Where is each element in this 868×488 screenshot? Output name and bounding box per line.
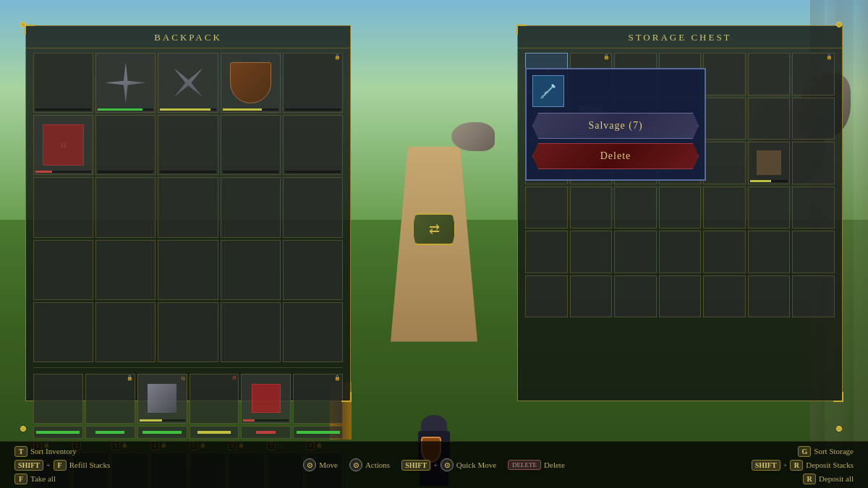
storage-cell[interactable] bbox=[525, 275, 568, 318]
backpack-cell[interactable] bbox=[95, 53, 156, 113]
key-g: G bbox=[798, 446, 811, 457]
lock-icon: 🔒 bbox=[334, 54, 341, 60]
storage-cell[interactable] bbox=[748, 142, 791, 184]
storage-cell[interactable] bbox=[748, 187, 791, 229]
hint-deposit-stacks: SHIFT + R Deposit Stacks bbox=[752, 460, 854, 471]
transfer-icon[interactable]: ⇄ bbox=[412, 213, 456, 245]
backpack-cell[interactable] bbox=[33, 240, 93, 300]
storage-cell[interactable] bbox=[748, 231, 791, 273]
hint-move: ⊙ Move bbox=[303, 458, 338, 471]
backpack-cell[interactable] bbox=[95, 302, 156, 362]
key-f: F bbox=[54, 460, 67, 471]
quickslot-bar[interactable] bbox=[85, 426, 135, 439]
backpack-cell[interactable] bbox=[95, 177, 156, 237]
panel-divider bbox=[33, 367, 343, 368]
backpack-cell[interactable] bbox=[283, 115, 343, 175]
backpack-cell[interactable] bbox=[221, 53, 281, 113]
equip-cell[interactable] bbox=[33, 374, 83, 424]
storage-cell[interactable] bbox=[659, 231, 702, 273]
backpack-cell[interactable]: 11 bbox=[33, 115, 93, 175]
storage-cell[interactable] bbox=[748, 275, 791, 318]
quickslot-bar[interactable] bbox=[190, 426, 239, 439]
storage-panel: STORAGE CHEST Salvage (7) Delete bbox=[517, 25, 843, 401]
backpack-cell[interactable]: 🔒 bbox=[283, 53, 343, 113]
backpack-cell[interactable] bbox=[158, 115, 218, 175]
backpack-panel: BACKPACK 🔒 11 bbox=[25, 25, 351, 401]
backpack-cell[interactable] bbox=[158, 240, 218, 300]
storage-cell[interactable] bbox=[659, 187, 702, 229]
equip-cell[interactable]: ⚙ bbox=[190, 374, 239, 424]
storage-cell[interactable] bbox=[792, 275, 835, 318]
hint-quick-move: SHIFT + ⊙ Quick Move bbox=[401, 458, 496, 471]
backpack-title: BACKPACK bbox=[26, 26, 350, 48]
backpack-cell[interactable] bbox=[221, 177, 281, 237]
sword-svg bbox=[537, 80, 559, 102]
storage-cell[interactable] bbox=[792, 231, 835, 273]
storage-cell[interactable] bbox=[614, 231, 657, 273]
backpack-cell[interactable] bbox=[283, 177, 343, 237]
storage-cell[interactable] bbox=[703, 142, 746, 184]
backpack-cell[interactable] bbox=[95, 115, 156, 175]
storage-cell[interactable] bbox=[614, 187, 657, 229]
corner-ornament-bl bbox=[20, 426, 32, 437]
storage-cell[interactable] bbox=[792, 187, 835, 229]
storage-cell[interactable] bbox=[570, 187, 613, 229]
salvage-button[interactable]: Salvage (7) bbox=[532, 113, 699, 139]
backpack-cell[interactable] bbox=[221, 240, 281, 300]
hud-right: G Sort Storage SHIFT + R Deposit Stacks … bbox=[565, 446, 854, 484]
storage-cell[interactable] bbox=[792, 142, 835, 184]
hint-deposit-all: R Deposit all bbox=[803, 474, 854, 484]
delete-key: DELETE bbox=[508, 460, 541, 470]
backpack-cell[interactable] bbox=[158, 53, 218, 113]
storage-cell[interactable] bbox=[614, 275, 657, 318]
key-t: T bbox=[14, 446, 27, 457]
storage-cell[interactable] bbox=[570, 231, 613, 273]
backpack-cell[interactable] bbox=[95, 240, 156, 300]
backpack-cell[interactable] bbox=[221, 302, 281, 362]
equip-cell[interactable]: 🔒 bbox=[85, 374, 135, 424]
hint-refill-stacks: SHIFT + F Refill Stacks bbox=[14, 460, 303, 471]
equip-cell[interactable]: Q bbox=[137, 374, 187, 424]
hint-sort-storage: G Sort Storage bbox=[798, 446, 854, 457]
corner-ornament-br bbox=[836, 426, 848, 437]
storage-cell[interactable] bbox=[703, 231, 746, 273]
quickslot-bar[interactable] bbox=[293, 426, 343, 439]
storage-cell[interactable] bbox=[748, 98, 791, 140]
equip-cell[interactable]: 🔒 bbox=[293, 374, 343, 424]
storage-cell[interactable] bbox=[703, 187, 746, 229]
backpack-upper-grid: 🔒 11 bbox=[26, 48, 350, 240]
storage-title: STORAGE CHEST bbox=[518, 26, 842, 48]
storage-cell[interactable] bbox=[659, 275, 702, 318]
quickslot-bar[interactable] bbox=[33, 426, 83, 439]
backpack-cell[interactable] bbox=[33, 302, 93, 362]
storage-cell[interactable] bbox=[792, 98, 835, 140]
key-shift2: SHIFT bbox=[401, 460, 430, 471]
corner-ornament-tl bbox=[20, 22, 32, 33]
gamepad-icon-move: ⊙ bbox=[303, 458, 316, 471]
storage-cell[interactable] bbox=[525, 231, 568, 273]
backpack-cell[interactable] bbox=[221, 115, 281, 175]
backpack-cell[interactable] bbox=[158, 177, 218, 237]
backpack-cell[interactable] bbox=[33, 53, 93, 113]
hint-take-all: F Take all bbox=[14, 474, 303, 484]
svg-point-3 bbox=[541, 95, 544, 98]
equip-cell[interactable] bbox=[241, 374, 291, 424]
quickslot-bar[interactable] bbox=[241, 426, 291, 439]
backpack-cell[interactable] bbox=[33, 177, 93, 237]
storage-cell[interactable] bbox=[703, 275, 746, 318]
lock-icon: 🔒 bbox=[334, 375, 341, 381]
storage-cell[interactable] bbox=[748, 53, 791, 95]
storage-cell[interactable] bbox=[703, 98, 746, 140]
corner-ornament-tr bbox=[836, 22, 848, 33]
storage-cell[interactable]: 🔒 bbox=[792, 53, 835, 95]
delete-button[interactable]: Delete bbox=[532, 143, 699, 169]
backpack-cell[interactable] bbox=[158, 302, 218, 362]
storage-cell[interactable] bbox=[525, 187, 568, 229]
player-character bbox=[405, 328, 463, 415]
backpack-cell[interactable] bbox=[283, 302, 343, 362]
storage-cell[interactable] bbox=[570, 275, 613, 318]
hint-actions: ⊙ Actions bbox=[349, 458, 390, 471]
storage-cell[interactable] bbox=[703, 53, 746, 95]
quickslot-bar[interactable] bbox=[137, 426, 187, 439]
backpack-cell[interactable] bbox=[283, 240, 343, 300]
